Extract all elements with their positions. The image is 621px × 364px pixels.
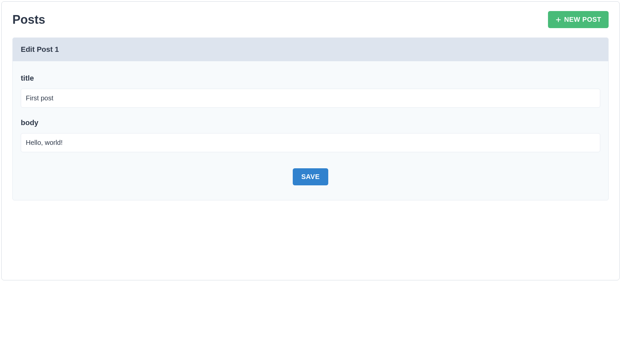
- form-actions: SAVE: [21, 168, 600, 185]
- card-header: Edit Post 1: [13, 38, 608, 61]
- page-wrapper: Posts NEW POST Edit Post 1 title body SA…: [1, 1, 620, 280]
- form-group-body: body: [21, 118, 600, 152]
- page-title: Posts: [12, 13, 45, 27]
- save-button[interactable]: SAVE: [293, 168, 329, 185]
- new-post-button[interactable]: NEW POST: [548, 11, 609, 28]
- body-input[interactable]: [21, 133, 600, 152]
- edit-post-card: Edit Post 1 title body SAVE: [12, 37, 609, 200]
- card-body: title body SAVE: [13, 61, 608, 200]
- header-row: Posts NEW POST: [12, 11, 609, 28]
- plus-icon: [555, 17, 561, 23]
- new-post-button-label: NEW POST: [564, 16, 601, 23]
- save-button-label: SAVE: [301, 173, 320, 181]
- title-label: title: [21, 74, 600, 83]
- form-group-title: title: [21, 74, 600, 108]
- body-label: body: [21, 118, 600, 127]
- title-input[interactable]: [21, 89, 600, 108]
